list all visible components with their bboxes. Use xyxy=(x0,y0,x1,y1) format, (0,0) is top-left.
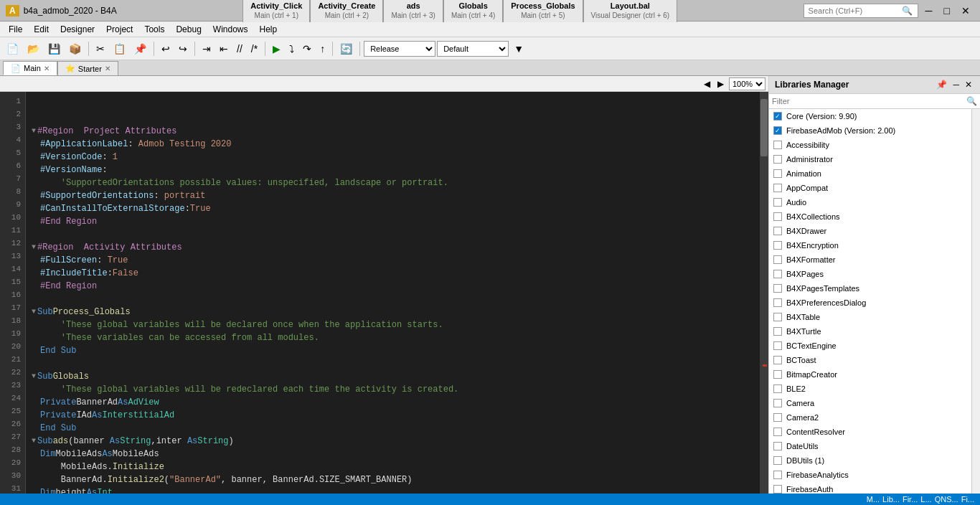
lib-checkbox[interactable]: ✓ xyxy=(773,112,782,121)
minimize-button[interactable]: ─ xyxy=(921,4,937,18)
lib-item[interactable]: ✓FirebaseAdMob (Version: 2.00) xyxy=(769,123,971,138)
lib-checkbox[interactable] xyxy=(773,485,782,494)
fold-icon-10[interactable]: ▼ xyxy=(32,241,36,254)
lib-item[interactable]: B4XPages xyxy=(769,267,971,281)
lib-item[interactable]: Administrator xyxy=(769,152,971,166)
cut-button[interactable]: ✂ xyxy=(93,40,108,57)
lib-checkbox[interactable] xyxy=(773,471,782,479)
lib-item[interactable]: DBUtils (1) xyxy=(769,453,971,468)
title-tab-globals[interactable]: GlobalsMain (ctrl + 4) xyxy=(443,0,503,22)
new-button[interactable]: 📄 xyxy=(3,40,22,57)
lib-scrollbar[interactable] xyxy=(971,109,980,494)
step-out-button[interactable]: ↑ xyxy=(316,40,329,57)
lib-item[interactable]: BLE2 xyxy=(769,382,971,396)
lib-checkbox[interactable] xyxy=(773,198,782,207)
lib-item[interactable]: B4XTable xyxy=(769,310,971,324)
uncomment-button[interactable]: /* xyxy=(248,40,261,57)
lib-checkbox[interactable] xyxy=(773,284,782,293)
lib-checkbox[interactable] xyxy=(773,384,782,393)
menu-item-project[interactable]: Project xyxy=(100,23,138,36)
lib-checkbox[interactable] xyxy=(773,327,782,336)
lib-item[interactable]: AppCompat xyxy=(769,181,971,195)
tab-close-icon[interactable]: ✕ xyxy=(105,65,110,72)
lib-checkbox[interactable] xyxy=(773,184,782,192)
search-box[interactable]: 🔍 xyxy=(804,4,918,18)
lib-item[interactable]: B4XTurtle xyxy=(769,324,971,339)
menu-item-tools[interactable]: Tools xyxy=(138,23,170,36)
release-select[interactable]: Release Debug xyxy=(364,41,435,57)
status-icon[interactable]: Fir... xyxy=(903,495,918,504)
lib-checkbox[interactable] xyxy=(773,456,782,465)
lib-checkbox[interactable]: ✓ xyxy=(773,126,782,135)
status-icon[interactable]: Fi... xyxy=(961,495,974,504)
lib-item[interactable]: Camera2 xyxy=(769,410,971,425)
fold-icon-25[interactable]: ▼ xyxy=(32,435,36,448)
code-content[interactable]: 1234567891011121314151617181920212223242… xyxy=(0,92,768,494)
lib-item[interactable]: Accessibility xyxy=(769,138,971,152)
fold-icon-15[interactable]: ▼ xyxy=(32,306,36,318)
code-lines[interactable]: ▼#Region Project Attributes #Application… xyxy=(26,92,760,494)
indent-button[interactable]: ⇥ xyxy=(199,40,215,57)
nav-right-button[interactable]: ▶ xyxy=(715,79,726,89)
menu-item-edit[interactable]: Edit xyxy=(28,23,55,36)
search-input[interactable] xyxy=(809,6,902,15)
lib-item[interactable]: B4XDrawer xyxy=(769,224,971,238)
menu-item-help[interactable]: Help xyxy=(254,23,283,36)
editor-tab-main[interactable]: 📄Main✕ xyxy=(3,61,57,75)
lib-close-button[interactable]: ✕ xyxy=(963,79,974,90)
zoom-select[interactable]: 100% 75% 125% xyxy=(729,77,765,90)
paste-button[interactable]: 📌 xyxy=(131,40,150,57)
lib-item[interactable]: B4XPagesTemplates xyxy=(769,281,971,296)
lib-item[interactable]: FirebaseAnalytics xyxy=(769,468,971,482)
lib-checkbox[interactable] xyxy=(773,155,782,164)
title-tab-layout.bal[interactable]: Layout.balVisual Designer (ctrl + 6) xyxy=(583,0,678,22)
status-icon[interactable]: M... xyxy=(867,495,880,504)
lib-checkbox[interactable] xyxy=(773,370,782,379)
menu-item-debug[interactable]: Debug xyxy=(170,23,207,36)
open-button[interactable]: 📂 xyxy=(24,40,43,57)
title-tab-ads[interactable]: adsMain (ctrl + 3) xyxy=(383,0,443,22)
lib-filter-input[interactable] xyxy=(772,97,966,105)
menu-item-designer[interactable]: Designer xyxy=(55,23,100,36)
lib-filter[interactable]: 🔍 xyxy=(769,94,980,109)
lib-checkbox[interactable] xyxy=(773,399,782,407)
nav-left-button[interactable]: ◀ xyxy=(702,79,712,89)
lib-checkbox[interactable] xyxy=(773,428,782,436)
lib-item[interactable]: B4XFormatter xyxy=(769,252,971,267)
comment-button[interactable]: // xyxy=(233,40,246,57)
refresh-button[interactable]: 🔄 xyxy=(336,40,356,57)
close-button[interactable]: ✕ xyxy=(957,4,974,18)
lib-checkbox[interactable] xyxy=(773,255,782,264)
title-tab-activity_click[interactable]: Activity_ClickMain (ctrl + 1) xyxy=(242,0,310,22)
lib-checkbox[interactable] xyxy=(773,212,782,221)
step-into-button[interactable]: ⤵ xyxy=(286,40,298,57)
status-icon[interactable]: QNS... xyxy=(935,495,958,504)
undo-button[interactable]: ↩ xyxy=(158,40,174,57)
editor-tab-starter[interactable]: ⭐Starter✕ xyxy=(57,61,118,75)
lib-item[interactable]: BCTextEngine xyxy=(769,339,971,353)
unindent-button[interactable]: ⇤ xyxy=(216,40,232,57)
lib-checkbox[interactable] xyxy=(773,227,782,235)
lib-item[interactable]: B4XCollections xyxy=(769,209,971,224)
lib-item[interactable]: B4XPreferencesDialog xyxy=(769,296,971,310)
tab-close-icon[interactable]: ✕ xyxy=(44,65,50,72)
title-tab-process_globals[interactable]: Process_GlobalsMain (ctrl + 5) xyxy=(503,0,583,22)
lib-checkbox[interactable] xyxy=(773,442,782,450)
lib-item[interactable]: DateUtils xyxy=(769,439,971,453)
status-icon[interactable]: Lib... xyxy=(882,495,900,504)
code-scrollbar[interactable] xyxy=(760,92,768,494)
lib-item[interactable]: Audio xyxy=(769,195,971,209)
fold-icon-1[interactable]: ▼ xyxy=(32,125,36,138)
run-button[interactable]: ▶ xyxy=(269,40,284,57)
lib-pin-button[interactable]: 📌 xyxy=(934,79,949,90)
lib-item[interactable]: Camera xyxy=(769,396,971,410)
lib-item[interactable]: Animation xyxy=(769,166,971,181)
lib-item[interactable]: FirebaseAuth xyxy=(769,482,971,494)
redo-button[interactable]: ↪ xyxy=(175,40,191,57)
status-icon[interactable]: L... xyxy=(920,495,931,504)
maximize-button[interactable]: □ xyxy=(940,4,954,18)
scroll-thumb[interactable] xyxy=(760,99,768,156)
lib-checkbox[interactable] xyxy=(773,169,782,178)
lib-checkbox[interactable] xyxy=(773,241,782,250)
lib-checkbox[interactable] xyxy=(773,298,782,307)
